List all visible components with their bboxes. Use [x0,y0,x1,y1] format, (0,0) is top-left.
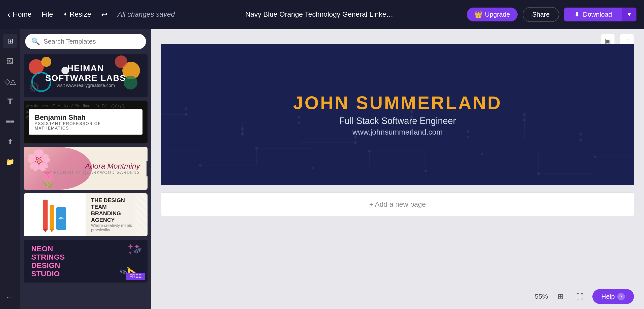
grid-view-icon: ⊞ [558,292,563,301]
sidebar-item-text[interactable]: T [3,94,17,108]
share-button[interactable]: Share [523,7,559,22]
add-page-button[interactable]: + Add a new page [161,193,634,216]
fullscreen-icon: ⛶ [576,292,583,301]
download-button[interactable]: ⬇ Download [564,8,622,21]
template-5-free-badge: FREE [126,273,145,280]
template-5-text: NEON STRINGS DESIGN STUDIO [31,244,65,278]
template-1-brand: HEIMAN [45,63,126,73]
upgrade-button[interactable]: 👑 Upgrade [467,8,518,21]
template-card-4[interactable]: ✏ THE DESIGN TEAMBRANDING AGENCY Where c… [24,193,148,236]
download-icon: ⬇ [574,11,580,18]
download-caret-button[interactable]: ▾ [622,8,636,21]
template-card-5[interactable]: ✦✦ ✦ ✏ ✏ 📐 NEON STRINGS DESIGN STUDIO FR… [24,240,148,283]
zoom-level[interactable]: 55% [535,293,548,300]
svg-point-50 [593,155,596,158]
design-card[interactable]: JOHN SUMMERLAND Full Stack Software Engi… [161,44,634,185]
document-title: Navy Blue Orange Technology General Link… [245,10,396,18]
svg-point-48 [481,152,483,155]
sidebar-item-patterns[interactable]: ≡≡ [3,114,17,129]
design-job-title: Full Stack Software Engineer [339,116,456,126]
template-4-name: THE DESIGN TEAMBRANDING AGENCY [91,197,140,223]
svg-point-45 [311,167,314,169]
design-website: www.johnsummerland.com [352,128,443,136]
crown-icon: 👑 [474,11,482,18]
template-3-name: Adora Montminy [54,162,140,170]
icon-bar: ⊞ 🖼 ◇△ T ≡≡ ⬆ 📁 ··· [0,29,20,309]
template-card-1[interactable]: ⚙ HEIMAN SOFTWARE LABS Visit www.reallyg… [24,54,148,97]
topnav-left: ‹ Home File ✦ Resize ↩ All changes saved [8,10,175,19]
sidebar-item-more[interactable]: ··· [3,290,17,304]
panel-collapse-handle[interactable]: ‹ [147,161,151,176]
template-1-brand2: SOFTWARE LABS [45,73,126,83]
sidebar-item-images[interactable]: 🖼 [3,54,17,68]
template-4-text: THE DESIGN TEAMBRANDING AGENCY Where cre… [91,197,140,232]
design-person-name: JOHN SUMMERLAND [293,92,502,113]
template-2-role: ASSISTANT PROFESSOR OF MATHEMATICS [35,121,136,131]
more-icon: ··· [7,293,13,300]
template-1-text: HEIMAN SOFTWARE LABS Visit www.reallygre… [45,63,126,88]
template-2-name: Benjamin Shah [35,113,136,121]
topnav-right: 👑 Upgrade Share ⬇ Download ▾ [467,7,636,22]
collapse-icon: ‹ [150,166,151,172]
template-card-2[interactable]: ∫e^x dx = e^x + C y = kx ∂f/∂x lim(x→0) … [24,101,148,143]
sidebar-item-folder[interactable]: 📁 [3,155,17,169]
resize-button[interactable]: ✦ Resize [63,10,91,18]
shapes-icon: ◇△ [4,77,16,86]
template-1-sub: Visit www.reallygreatsite.com [45,83,126,88]
text-icon: T [8,97,13,106]
template-card-3[interactable]: 🌸 🌷 Adora Montminy FLORIST AT QUARKWOOD … [24,147,148,190]
home-button[interactable]: ‹ Home [8,10,31,19]
templates-list: ⚙ HEIMAN SOFTWARE LABS Visit www.reallyg… [20,52,151,309]
download-button-group: ⬇ Download ▾ [564,8,636,21]
undo-button[interactable]: ↩ [101,10,108,19]
svg-point-49 [537,172,540,175]
template-3-role: FLORIST AT QUARKWOOD GARDENS [54,170,140,175]
search-input-wrap: 🔍 [25,34,146,49]
help-button[interactable]: Help ? [592,289,634,304]
image-icon: 🖼 [7,57,14,65]
pattern-icon: ≡≡ [6,117,14,126]
back-arrow-icon: ‹ [8,10,10,19]
topnav-center: Navy Blue Orange Technology General Link… [180,10,462,18]
chevron-down-icon: ▾ [628,11,631,18]
search-icon: 🔍 [31,37,40,46]
folder-icon: 📁 [6,158,15,166]
sidebar-item-upload[interactable]: ⬆ [3,135,17,149]
file-button[interactable]: File [42,10,53,18]
svg-point-44 [255,147,258,150]
canvas-bottom-bar: 55% ⊞ ⛶ Help ? [535,289,634,304]
main-layout: ⊞ 🖼 ◇△ T ≡≡ ⬆ 📁 ··· 🔍 [0,29,644,309]
svg-point-47 [424,169,427,172]
svg-point-46 [368,150,371,152]
template-2-box: Benjamin Shah ASSISTANT PROFESSOR OF MAT… [29,109,142,135]
upload-icon: ⬆ [7,138,13,146]
search-bar: 🔍 [20,29,151,52]
template-panel: 🔍 ⚙ HEIMAN [20,29,151,309]
template-5-name: NEON STRINGS DESIGN STUDIO [31,244,65,278]
fullscreen-button[interactable]: ⛶ [573,290,586,303]
grid-icon: ⊞ [7,37,13,45]
multi-view-icon: ⧉ [625,37,629,45]
sidebar-item-grid[interactable]: ⊞ [3,34,17,48]
template-4-sub: Where creativity meets practicality. [91,223,140,232]
search-input[interactable] [44,38,140,45]
sidebar-item-shapes[interactable]: ◇△ [3,74,17,88]
svg-point-43 [199,164,201,167]
template-3-text: Adora Montminy FLORIST AT QUARKWOOD GARD… [54,162,140,175]
canvas-page: JOHN SUMMERLAND Full Stack Software Engi… [161,44,634,216]
saved-status: All changes saved [118,10,175,18]
help-icon: ? [617,293,625,300]
resize-icon: ✦ [63,11,67,18]
home-label: Home [13,10,32,18]
canvas-area: ▣ ⧉ [151,29,644,309]
topnav: ‹ Home File ✦ Resize ↩ All changes saved… [0,0,644,29]
single-view-icon: ▣ [605,37,611,45]
grid-view-button[interactable]: ⊞ [554,290,567,303]
